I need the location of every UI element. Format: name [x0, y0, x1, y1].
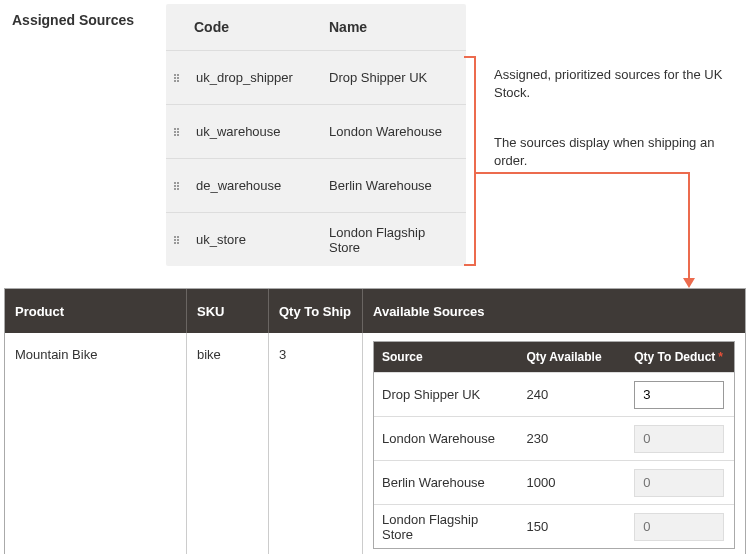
- shipment-row: Mountain Bike bike 3 Source Qty Availabl…: [5, 333, 745, 554]
- assigned-source-row[interactable]: uk_drop_shipper Drop Shipper UK: [166, 50, 466, 104]
- shipment-table: Product SKU Qty To Ship Available Source…: [4, 288, 746, 554]
- source-name: London Warehouse: [374, 431, 518, 446]
- product-sku: bike: [187, 333, 269, 554]
- source-name: Berlin Warehouse: [329, 178, 458, 193]
- source-name: Drop Shipper UK: [329, 70, 458, 85]
- subcol-deduct: Qty To Deduct*: [626, 342, 734, 372]
- qty-available: 230: [518, 431, 626, 446]
- bracket-indicator: [474, 56, 476, 266]
- assigned-source-row[interactable]: uk_warehouse London Warehouse: [166, 104, 466, 158]
- drag-handle-icon[interactable]: [174, 236, 188, 244]
- source-row: Berlin Warehouse 1000: [374, 460, 734, 504]
- qty-available: 150: [518, 519, 626, 534]
- source-row: Drop Shipper UK 240: [374, 372, 734, 416]
- source-name: London Flagship Store: [329, 225, 458, 255]
- assigned-sources-label: Assigned Sources: [4, 4, 166, 28]
- qty-available: 240: [518, 387, 626, 402]
- col-header-sku: SKU: [187, 289, 269, 333]
- arrow-connector: [474, 172, 690, 174]
- source-code: uk_store: [196, 232, 329, 247]
- source-name: London Warehouse: [329, 124, 458, 139]
- sources-subtable: Source Qty Available Qty To Deduct* Drop…: [373, 341, 735, 549]
- source-name: Berlin Warehouse: [374, 475, 518, 490]
- source-code: uk_drop_shipper: [196, 70, 329, 85]
- qty-to-deduct-input[interactable]: [634, 469, 724, 497]
- col-header-code: Code: [166, 4, 321, 50]
- drag-handle-icon[interactable]: [174, 74, 188, 82]
- qty-to-deduct-input[interactable]: [634, 513, 724, 541]
- col-header-qty: Qty To Ship: [269, 289, 363, 333]
- source-name: Drop Shipper UK: [374, 387, 518, 402]
- required-star-icon: *: [718, 350, 723, 364]
- col-header-product: Product: [5, 289, 187, 333]
- col-header-sources: Available Sources: [363, 289, 745, 333]
- qty-to-ship: 3: [269, 333, 363, 554]
- subcol-source: Source: [374, 342, 518, 372]
- subcol-available: Qty Available: [518, 342, 626, 372]
- source-code: de_warehouse: [196, 178, 329, 193]
- arrow-down-icon: [688, 172, 690, 286]
- assigned-source-row[interactable]: uk_store London Flagship Store: [166, 212, 466, 266]
- source-row: London Warehouse 230: [374, 416, 734, 460]
- qty-to-deduct-input[interactable]: [634, 381, 724, 409]
- qty-to-deduct-input[interactable]: [634, 425, 724, 453]
- qty-available: 1000: [518, 475, 626, 490]
- drag-handle-icon[interactable]: [174, 128, 188, 136]
- source-row: London Flagship Store 150: [374, 504, 734, 548]
- source-name: London Flagship Store: [374, 512, 518, 542]
- col-header-name: Name: [321, 4, 466, 50]
- drag-handle-icon[interactable]: [174, 182, 188, 190]
- annotation-assigned: Assigned, prioritized sources for the UK…: [494, 66, 734, 101]
- source-code: uk_warehouse: [196, 124, 329, 139]
- assigned-sources-table: Code Name uk_drop_shipper Drop Shipper U…: [166, 4, 466, 266]
- annotation-shipping: The sources display when shipping an ord…: [494, 134, 734, 169]
- product-name: Mountain Bike: [5, 333, 187, 554]
- assigned-source-row[interactable]: de_warehouse Berlin Warehouse: [166, 158, 466, 212]
